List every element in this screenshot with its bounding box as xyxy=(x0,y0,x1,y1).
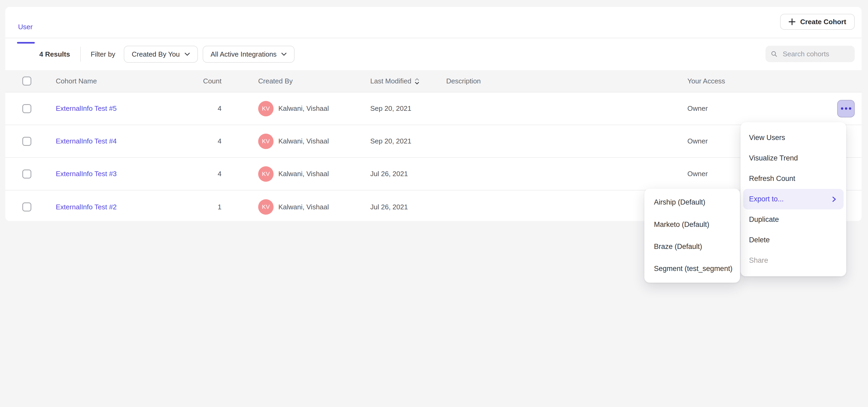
results-count: 4 Results xyxy=(39,50,70,58)
avatar: KV xyxy=(258,166,274,182)
creator-name: Kalwani, Vishaal xyxy=(278,170,329,178)
filter-by-label: Filter by xyxy=(91,50,115,58)
chevron-down-icon xyxy=(281,53,287,56)
row-checkbox[interactable] xyxy=(22,202,31,212)
col-header-description[interactable]: Description xyxy=(437,77,678,85)
cohort-name-link[interactable]: ExternalInfo Test #5 xyxy=(56,104,117,113)
menu-item-view-users[interactable]: View Users xyxy=(743,127,843,148)
menu-item-refresh-count[interactable]: Refresh Count xyxy=(743,168,843,189)
access-level: Owner xyxy=(687,137,708,145)
menu-item-export-to[interactable]: Export to... xyxy=(743,189,843,209)
plus-icon xyxy=(788,18,796,25)
table-row: ExternalInfo Test #3 4 KV Kalwani, Visha… xyxy=(5,158,862,190)
col-header-created-by[interactable]: Created By xyxy=(221,77,361,85)
menu-item-share: Share xyxy=(743,250,843,271)
sort-carets-icon xyxy=(414,77,420,85)
integrations-filter-value: All Active Integrations xyxy=(211,50,277,58)
toolbar: 4 Results Filter by Created By You All A… xyxy=(5,38,862,70)
row-checkbox[interactable] xyxy=(22,137,31,146)
cohort-name-link[interactable]: ExternalInfo Test #4 xyxy=(56,137,117,145)
row-checkbox[interactable] xyxy=(22,169,31,179)
tab-bar: User Create Cohort xyxy=(5,7,862,38)
row-actions-menu: View Users Visualize Trend Refresh Count… xyxy=(741,122,846,276)
cohort-name-link[interactable]: ExternalInfo Test #2 xyxy=(56,203,117,211)
last-modified-date: Jul 26, 2021 xyxy=(361,203,437,211)
col-header-last-modified[interactable]: Last Modified xyxy=(361,77,437,85)
last-modified-date: Sep 20, 2021 xyxy=(361,104,437,113)
submenu-item-braze[interactable]: Braze (Default) xyxy=(644,236,740,258)
ellipsis-icon xyxy=(841,107,843,110)
col-header-count[interactable]: Count xyxy=(201,77,221,85)
integrations-filter-dropdown[interactable]: All Active Integrations xyxy=(203,46,295,63)
tab-user[interactable]: User xyxy=(18,23,33,31)
submenu-item-airship[interactable]: Airship (Default) xyxy=(644,191,740,213)
chevron-right-icon xyxy=(832,196,836,202)
menu-item-duplicate[interactable]: Duplicate xyxy=(743,209,843,230)
avatar: KV xyxy=(258,134,274,149)
create-cohort-label: Create Cohort xyxy=(800,18,846,26)
export-submenu: Airship (Default) Marketo (Default) Braz… xyxy=(644,189,740,283)
cohort-count: 1 xyxy=(201,203,221,211)
menu-item-visualize-trend[interactable]: Visualize Trend xyxy=(743,148,843,168)
search-input[interactable] xyxy=(782,50,849,59)
submenu-item-segment[interactable]: Segment (test_segment) xyxy=(644,258,740,280)
table-header: Cohort Name Count Created By Last Modifi… xyxy=(5,70,862,92)
creator-name: Kalwani, Vishaal xyxy=(278,104,329,113)
last-modified-date: Jul 26, 2021 xyxy=(361,170,437,178)
access-level: Owner xyxy=(687,104,708,113)
cohort-count: 4 xyxy=(201,170,221,178)
menu-item-delete[interactable]: Delete xyxy=(743,230,843,250)
col-header-cohort-name[interactable]: Cohort Name xyxy=(51,77,201,85)
chevron-down-icon xyxy=(185,53,190,56)
creator-name: Kalwani, Vishaal xyxy=(278,137,329,145)
col-header-your-access[interactable]: Your Access xyxy=(678,77,862,85)
cohort-count: 4 xyxy=(201,137,221,145)
table-row: ExternalInfo Test #5 4 KV Kalwani, Visha… xyxy=(5,92,862,125)
avatar: KV xyxy=(258,101,274,116)
cohort-name-link[interactable]: ExternalInfo Test #3 xyxy=(56,170,117,178)
cohort-count: 4 xyxy=(201,104,221,113)
submenu-item-marketo[interactable]: Marketo (Default) xyxy=(644,213,740,236)
access-level: Owner xyxy=(687,170,708,178)
last-modified-date: Sep 20, 2021 xyxy=(361,137,437,145)
tab-user-label: User xyxy=(18,23,33,31)
toolbar-divider xyxy=(80,47,81,62)
search-icon xyxy=(771,50,777,58)
create-cohort-button[interactable]: Create Cohort xyxy=(780,14,855,30)
row-checkbox[interactable] xyxy=(22,104,31,113)
table-row: ExternalInfo Test #4 4 KV Kalwani, Visha… xyxy=(5,125,862,158)
created-by-filter-dropdown[interactable]: Created By You xyxy=(124,46,198,63)
row-actions-button[interactable] xyxy=(837,100,855,118)
search-box[interactable] xyxy=(766,46,855,62)
select-all-checkbox[interactable] xyxy=(22,76,31,86)
avatar: KV xyxy=(258,199,274,215)
created-by-filter-value: Created By You xyxy=(132,50,180,58)
cohorts-page: User Create Cohort 4 Results Filter by C… xyxy=(0,0,868,407)
creator-name: Kalwani, Vishaal xyxy=(278,203,329,211)
